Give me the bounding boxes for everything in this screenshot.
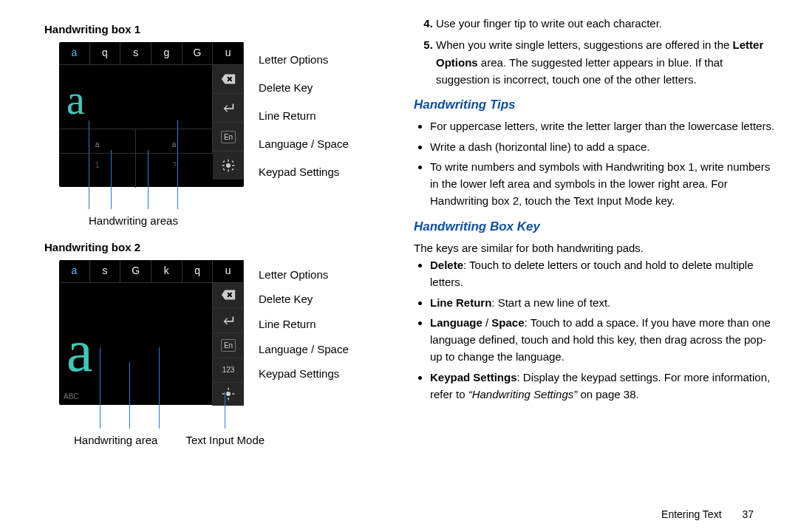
svg-rect-10 — [228, 388, 229, 390]
step5-text-b: area. The suggested letter appears in bl… — [436, 56, 723, 86]
handwriting-stroke-a: a — [66, 68, 85, 132]
heading-handwriting-box-key: Handwriting Box Key — [414, 217, 776, 236]
letter-option[interactable]: q — [183, 260, 214, 282]
key-name: Delete — [430, 259, 463, 271]
gear-icon — [220, 159, 236, 172]
key-desc-tail: on page 38. — [577, 388, 638, 400]
letter-option[interactable]: u — [213, 260, 244, 282]
label-language-space: Language / Space — [259, 337, 349, 362]
letter-option[interactable]: a — [59, 260, 90, 282]
keypad-side: En — [213, 65, 244, 188]
line-return-key[interactable] — [213, 307, 244, 332]
figure-box2: a s G k q u a ABC — [44, 260, 384, 405]
language-space-key[interactable]: En — [213, 332, 244, 358]
svg-rect-1 — [228, 160, 229, 162]
letter-option[interactable]: g — [151, 42, 183, 64]
svg-rect-7 — [222, 168, 225, 171]
letter-option[interactable]: G — [120, 260, 151, 282]
tip-item: Write a dash (horizontal line) to add a … — [430, 138, 776, 155]
delete-key[interactable] — [213, 65, 244, 93]
handwriting-canvas[interactable]: a a a 1 ? — [59, 65, 213, 188]
cross-ref: “Handwriting Settings” — [468, 388, 578, 400]
box2-heading: Handwriting box 2 — [44, 239, 384, 256]
figure-box1: a q s g G u a a a — [44, 42, 384, 187]
boxkey-intro: The keys are similar for both handwritin… — [414, 239, 776, 256]
return-icon — [220, 101, 236, 115]
box1-heading: Handwriting box 1 — [44, 21, 384, 38]
svg-rect-5 — [222, 160, 225, 163]
handwriting-sub-left[interactable]: a — [59, 129, 136, 153]
tips-list: For uppercase letters, write the letter … — [414, 117, 776, 209]
mode-indicator: ABC — [64, 391, 79, 403]
delete-key[interactable] — [213, 283, 244, 307]
line-return-key[interactable] — [213, 93, 244, 122]
key-name: Line Return — [430, 296, 491, 309]
keypad-side: En 123 — [213, 283, 244, 406]
slash: / — [482, 316, 492, 329]
label-keypad-settings: Keypad Settings — [259, 157, 349, 185]
key-desc: : Touch to delete letters or touch and h… — [430, 259, 754, 288]
svg-rect-13 — [232, 393, 234, 395]
key-desc: : Start a new line of text. — [491, 296, 610, 309]
label-delete-key: Delete Key — [259, 287, 349, 312]
svg-point-0 — [226, 163, 231, 168]
label-line-return: Line Return — [259, 312, 349, 337]
svg-rect-8 — [231, 160, 233, 163]
backspace-icon — [220, 72, 236, 86]
step5-text-a: When you write single letters, suggestio… — [436, 38, 733, 51]
svg-point-9 — [226, 392, 231, 396]
letter-option[interactable]: q — [90, 42, 121, 64]
letter-options-row: a q s g G u — [59, 42, 244, 64]
language-badge: En — [221, 339, 236, 352]
language-space-key[interactable]: En — [213, 122, 244, 151]
heading-handwriting-tips: Handwriting Tips — [414, 95, 776, 115]
text-input-mode-key[interactable]: 123 — [213, 358, 244, 381]
letter-option[interactable]: s — [120, 42, 151, 64]
letter-options-row: a s G k q u — [59, 260, 244, 282]
label-delete-key: Delete Key — [259, 73, 349, 101]
letter-option[interactable]: k — [151, 260, 183, 282]
label-letter-options: Letter Options — [259, 45, 349, 73]
tip-item: For uppercase letters, write the letter … — [430, 117, 776, 134]
footer-page-number: 37 — [742, 508, 754, 520]
keypad-settings-key[interactable] — [213, 382, 244, 406]
caption-text-input-mode: Text Input Mode — [185, 432, 265, 449]
keypad-settings-key[interactable] — [213, 151, 244, 180]
label-keypad-settings: Keypad Settings — [259, 362, 349, 386]
step-4: Use your finger tip to write out each ch… — [436, 15, 776, 32]
key-name: Keypad Settings — [430, 371, 517, 383]
steps-list: Use your finger tip to write out each ch… — [414, 15, 776, 88]
key-name: Space — [491, 316, 524, 329]
label-line-return: Line Return — [259, 101, 349, 129]
boxkey-keypad-settings: Keypad Settings: Display the keypad sett… — [430, 369, 776, 403]
boxkey-line-return: Line Return: Start a new line of text. — [430, 294, 776, 311]
svg-rect-3 — [222, 166, 225, 167]
backspace-icon — [220, 288, 236, 301]
letter-option[interactable]: u — [213, 42, 244, 64]
figure1-labels: Letter Options Delete Key Line Return La… — [259, 42, 349, 185]
caption-handwriting-area: Handwriting area — [74, 432, 157, 449]
handwriting-box-2: a s G k q u a ABC — [59, 260, 244, 405]
boxkey-language-space: Language / Space: Touch to add a space. … — [430, 314, 776, 366]
number-area[interactable]: 1 — [59, 154, 136, 188]
caption-handwriting-areas: Handwriting areas — [89, 212, 384, 229]
handwriting-canvas[interactable]: a ABC — [59, 283, 213, 406]
handwriting-box-1: a q s g G u a a a — [59, 42, 244, 187]
gear-icon — [220, 387, 236, 400]
letter-option[interactable]: a — [59, 42, 90, 64]
boxkey-list: Delete: Touch to delete letters or touch… — [414, 256, 776, 403]
letter-option[interactable]: G — [183, 42, 214, 64]
mode-key-label: 123 — [222, 364, 235, 376]
figure2-labels: Letter Options Delete Key Line Return La… — [259, 260, 349, 386]
svg-rect-6 — [231, 168, 233, 171]
tip-item: To write numbers and symbols with Handwr… — [430, 158, 776, 210]
label-letter-options: Letter Options — [259, 263, 349, 287]
svg-rect-11 — [228, 398, 229, 400]
page-footer: Entering Text 37 — [661, 508, 754, 520]
svg-rect-2 — [228, 170, 229, 172]
footer-section: Entering Text — [661, 508, 721, 520]
return-icon — [220, 314, 236, 327]
svg-rect-4 — [232, 166, 234, 167]
letter-option[interactable]: s — [90, 260, 121, 282]
handwriting-stroke-a: a — [66, 305, 93, 397]
